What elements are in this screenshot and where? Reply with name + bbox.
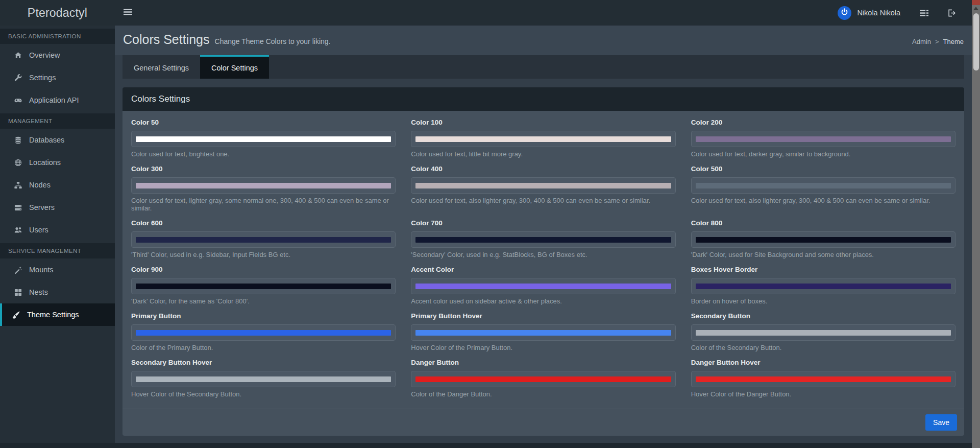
color-picker-input-accent-color[interactable] <box>411 278 675 294</box>
field-description: 'Secondary' Color, used in e.g. StatBloc… <box>411 251 675 258</box>
sidebar-item-label: Nodes <box>29 181 51 189</box>
color-swatch <box>415 237 671 243</box>
field-label: Color 900 <box>131 266 396 273</box>
field-label: Color 200 <box>691 119 955 126</box>
field-label: Secondary Button Hover <box>131 359 396 366</box>
sidebar-item-locations[interactable]: Locations <box>0 151 115 174</box>
sidebar-item-mounts[interactable]: Mounts <box>0 258 115 281</box>
field-color-600: Color 600'Third' Color, used in e.g. Sid… <box>131 219 396 266</box>
color-fields-grid: Color 50Color used for text, brightest o… <box>131 119 955 405</box>
panel-title: Colors Settings <box>122 87 964 111</box>
colors-settings-panel: Colors Settings Color 50Color used for t… <box>122 87 964 436</box>
field-label: Primary Button Hover <box>411 312 675 320</box>
field-danger-button: Danger ButtonColor of the Danger Button. <box>411 359 675 405</box>
color-picker-input-secondary-button[interactable] <box>691 324 955 341</box>
color-picker-input-color-200[interactable] <box>691 131 955 147</box>
sidebar-item-databases[interactable]: Databases <box>0 129 115 151</box>
field-label: Color 800 <box>691 219 955 227</box>
scrollbar-thumb[interactable] <box>973 13 979 70</box>
field-description: Color used for text, little bit more gra… <box>411 150 675 158</box>
field-description: 'Third' Color, used in e.g. Sidebar, Inp… <box>131 251 396 258</box>
field-label: Color 700 <box>411 219 675 227</box>
color-swatch <box>696 284 951 289</box>
field-secondary-button-hover: Secondary Button HoverHover Color of the… <box>131 359 396 405</box>
content-area: Colors Settings Change Theme Colors to y… <box>115 26 972 448</box>
user-name[interactable]: Nikola Nikola <box>857 9 900 17</box>
color-picker-input-color-600[interactable] <box>131 231 396 248</box>
database-icon <box>14 136 22 144</box>
color-swatch <box>415 183 671 188</box>
field-color-50: Color 50Color used for text, brightest o… <box>131 119 396 165</box>
sitemap-icon <box>14 181 22 189</box>
color-picker-input-color-50[interactable] <box>131 131 396 147</box>
scrollbar-top-button[interactable] <box>972 0 980 5</box>
field-description: Accent color used on sidebar active & ot… <box>411 297 675 305</box>
field-description: Hover Color of the Primary Button. <box>411 344 675 351</box>
color-picker-input-boxes-hover-border[interactable] <box>691 278 955 294</box>
field-description: Color of the Danger Button. <box>411 390 675 398</box>
sidebar-item-settings[interactable]: Settings <box>0 66 115 89</box>
color-picker-input-primary-button[interactable] <box>131 324 396 341</box>
color-picker-input-color-300[interactable] <box>131 177 396 194</box>
color-picker-input-color-500[interactable] <box>691 177 955 194</box>
field-label: Primary Button <box>131 312 396 320</box>
color-picker-input-color-100[interactable] <box>411 131 675 147</box>
breadcrumb: Admin>Theme <box>912 38 964 45</box>
field-label: Color 400 <box>411 165 675 173</box>
sidebar-item-label: Settings <box>29 74 56 82</box>
page-title: Colors Settings <box>123 32 210 47</box>
sidebar-item-overview[interactable]: Overview <box>0 44 115 66</box>
tab-general-settings[interactable]: General Settings <box>122 55 200 79</box>
field-primary-button: Primary ButtonColor of the Primary Butto… <box>131 312 396 359</box>
tab-label: Color Settings <box>211 64 258 72</box>
wrench-icon <box>14 74 22 82</box>
field-description: Color used for text, darker gray, simila… <box>691 150 955 158</box>
breadcrumb-item-admin[interactable]: Admin <box>912 38 931 45</box>
color-picker-input-color-800[interactable] <box>691 231 955 248</box>
sidebar-item-servers[interactable]: Servers <box>0 196 115 219</box>
field-description: 'Dark' Color, used for Site Background a… <box>691 251 955 258</box>
sidebar-item-label: Theme Settings <box>27 311 79 319</box>
power-icon <box>841 8 848 18</box>
field-description: Border on hover of boxes. <box>691 297 955 305</box>
sidebar-item-users[interactable]: Users <box>0 219 115 241</box>
sidebar-item-label: Servers <box>29 203 55 211</box>
sidebar-item-application-api[interactable]: Application API <box>0 89 115 111</box>
tab-color-settings[interactable]: Color Settings <box>200 55 269 79</box>
page-subtitle: Change Theme Colors to your liking. <box>215 37 331 45</box>
users-icon <box>14 226 22 234</box>
sidebar-item-nests[interactable]: Nests <box>0 281 115 303</box>
page-footer-band <box>0 443 980 448</box>
color-picker-input-primary-button-hover[interactable] <box>411 324 675 341</box>
color-swatch <box>136 183 391 188</box>
server-icon <box>14 204 22 211</box>
user-menu[interactable]: Nikola Nikola <box>838 6 957 20</box>
color-picker-input-danger-button[interactable] <box>411 371 675 387</box>
color-picker-input-color-700[interactable] <box>411 231 675 248</box>
app-brand[interactable]: Pterodactyl <box>0 6 115 20</box>
color-picker-input-danger-button-hover[interactable] <box>691 371 955 387</box>
color-swatch <box>696 183 951 188</box>
sidebar-item-theme-settings[interactable]: Theme Settings <box>0 303 115 326</box>
sidebar-item-nodes[interactable]: Nodes <box>0 174 115 196</box>
sidebar-toggle-button[interactable] <box>115 0 140 26</box>
sidebar-item-label: Mounts <box>29 266 54 274</box>
field-description: 'Dark' Color, for the same as 'Color 800… <box>131 297 396 305</box>
field-description: Hover Color of the Danger Button. <box>691 390 955 398</box>
field-danger-button-hover: Danger Button HoverHover Color of the Da… <box>691 359 955 405</box>
gamepad-icon <box>14 97 22 104</box>
field-label: Boxes Hover Border <box>691 266 955 273</box>
color-picker-input-color-400[interactable] <box>411 177 675 194</box>
sidebar-section-header-service-management: SERVICE MANAGEMENT <box>0 243 115 258</box>
sidebar-section-header-basic-administration: BASIC ADMINISTRATION <box>0 29 115 44</box>
sidebar-item-label: Overview <box>29 51 60 59</box>
vertical-scrollbar[interactable] <box>972 0 980 448</box>
color-swatch <box>136 136 391 142</box>
tasks-icon[interactable] <box>920 9 928 17</box>
color-picker-input-secondary-button-hover[interactable] <box>131 371 396 387</box>
color-picker-input-color-900[interactable] <box>131 278 396 294</box>
save-button[interactable]: Save <box>925 414 957 431</box>
field-accent-color: Accent ColorAccent color used on sidebar… <box>411 266 675 312</box>
avatar[interactable] <box>838 6 851 20</box>
sign-out-icon[interactable] <box>948 9 957 17</box>
